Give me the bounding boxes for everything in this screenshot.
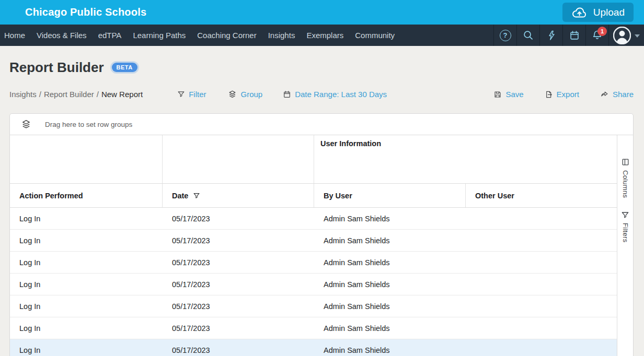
row-group-drop-zone[interactable]: Drag here to set row groups: [10, 114, 633, 135]
filter-funnel-icon: [177, 90, 185, 98]
column-header-other-user[interactable]: Other User: [466, 184, 617, 207]
table-row[interactable]: Log In 05/17/2023 Admin Sam Shields: [10, 339, 617, 356]
cell-action-performed: Log In: [10, 280, 163, 289]
calendar-icon: [283, 90, 291, 99]
column-header-by-user[interactable]: By User: [314, 184, 466, 207]
save-button[interactable]: Save: [493, 90, 523, 99]
brand-title: Chicago Public Schools: [25, 6, 146, 18]
column-header-row: Action Performed Date By User Other User: [10, 184, 617, 208]
account-menu-button[interactable]: [608, 25, 644, 46]
tab-columns[interactable]: Columns: [621, 158, 630, 198]
row-groups-layers-icon: [21, 119, 31, 129]
upload-button-label: Upload: [593, 7, 625, 18]
grid-body: Log In 05/17/2023 Admin Sam Shields Log …: [10, 208, 617, 356]
search-icon: [522, 29, 534, 41]
export-icon: [545, 90, 553, 99]
column-group-header-row: User Information: [10, 135, 617, 184]
save-icon: [493, 90, 502, 99]
cell-action-performed: Log In: [10, 324, 163, 333]
nav-item-videos-files[interactable]: Videos & Files: [31, 25, 93, 46]
save-button-label: Save: [505, 90, 523, 99]
column-header-date[interactable]: Date: [163, 184, 314, 207]
help-button[interactable]: ?: [493, 25, 516, 46]
tab-filters[interactable]: Filters: [621, 211, 629, 243]
side-panel-tabstrip: Columns Filters: [617, 135, 633, 356]
cell-action-performed: Log In: [10, 302, 163, 311]
table-row[interactable]: Log In 05/17/2023 Admin Sam Shields: [10, 317, 617, 339]
table-row[interactable]: Log In 05/17/2023 Admin Sam Shields: [10, 274, 617, 295]
share-button[interactable]: Share: [600, 90, 634, 99]
calendar-button[interactable]: [562, 25, 585, 46]
group-button[interactable]: Group: [228, 90, 262, 99]
cell-action-performed: Log In: [10, 215, 163, 223]
cell-date: 05/17/2023: [163, 280, 314, 289]
avatar: [613, 27, 631, 44]
column-header-label: Date: [172, 192, 188, 200]
lightning-icon: [546, 30, 557, 41]
group-layers-icon: [228, 90, 237, 99]
row-group-hint-label: Drag here to set row groups: [45, 121, 132, 128]
activity-button[interactable]: [539, 25, 562, 46]
cell-date: 05/17/2023: [163, 302, 314, 311]
nav-item-coaching-corner[interactable]: Coaching Corner: [191, 25, 262, 46]
date-range-label: Date Range: Last 30 Days: [295, 90, 387, 99]
upload-button[interactable]: Upload: [562, 3, 634, 22]
share-arrow-icon: [600, 90, 609, 99]
filters-funnel-icon: [621, 211, 629, 219]
group-header-user-information: User Information: [314, 135, 617, 183]
cell-by-user: Admin Sam Shields: [314, 258, 466, 267]
active-filter-funnel-icon[interactable]: [193, 192, 200, 199]
group-cell-empty: [163, 135, 314, 183]
report-toolbar: Insights/Report Builder/New Report Filte…: [9, 90, 634, 99]
nav-items: HomeVideos & FilesedTPALearning PathsCoa…: [0, 25, 400, 46]
notifications-button[interactable]: 1: [585, 25, 608, 46]
date-range-button[interactable]: Date Range: Last 30 Days: [283, 90, 387, 99]
cell-by-user: Admin Sam Shields: [314, 346, 466, 354]
cell-date: 05/17/2023: [163, 346, 314, 354]
main-navbar: HomeVideos & FilesedTPALearning PathsCoa…: [0, 25, 644, 46]
nav-item-community[interactable]: Community: [349, 25, 400, 46]
cell-date: 05/17/2023: [163, 258, 314, 267]
filter-button[interactable]: Filter: [177, 90, 206, 99]
breadcrumb: Insights/Report Builder/New Report: [9, 90, 143, 99]
nav-item-learning-paths[interactable]: Learning Paths: [127, 25, 191, 46]
nav-item-exemplars[interactable]: Exemplars: [301, 25, 349, 46]
column-header-action-performed[interactable]: Action Performed: [10, 184, 163, 207]
tab-filters-label: Filters: [622, 223, 629, 243]
table-row[interactable]: Log In 05/17/2023 Admin Sam Shields: [10, 230, 617, 252]
cell-date: 05/17/2023: [163, 236, 314, 245]
search-button[interactable]: [516, 25, 539, 46]
cell-by-user: Admin Sam Shields: [314, 280, 466, 289]
group-button-label: Group: [240, 90, 262, 99]
column-header-label: By User: [324, 192, 352, 200]
nav-item-home[interactable]: Home: [0, 25, 31, 46]
table-row[interactable]: Log In 05/17/2023 Admin Sam Shields: [10, 252, 617, 274]
breadcrumb-item-report-builder[interactable]: Report Builder: [44, 90, 94, 99]
table-row[interactable]: Log In 05/17/2023 Admin Sam Shields: [10, 208, 617, 230]
breadcrumb-item-insights[interactable]: Insights: [9, 90, 37, 99]
tab-columns-label: Columns: [622, 170, 629, 198]
group-cell-empty: [10, 135, 163, 183]
cell-by-user: Admin Sam Shields: [314, 236, 466, 245]
page-title: Report Builder: [9, 60, 104, 75]
cell-date: 05/17/2023: [163, 324, 314, 333]
table-row[interactable]: Log In 05/17/2023 Admin Sam Shields: [10, 295, 617, 317]
help-icon: ?: [500, 30, 511, 41]
nav-item-edtpa[interactable]: edTPA: [93, 25, 128, 46]
notification-badge: 1: [597, 27, 607, 36]
breadcrumb-item-new-report: New Report: [101, 90, 143, 99]
nav-icon-group: ?: [493, 25, 644, 46]
cell-action-performed: Log In: [10, 346, 163, 354]
cell-by-user: Admin Sam Shields: [314, 302, 466, 311]
column-header-label: Other User: [475, 192, 514, 200]
nav-item-insights[interactable]: Insights: [262, 25, 301, 46]
top-app-bar: Chicago Public Schools Upload: [0, 0, 644, 25]
share-button-label: Share: [613, 90, 634, 99]
column-header-label: Action Performed: [19, 192, 83, 200]
cell-by-user: Admin Sam Shields: [314, 324, 466, 333]
export-button[interactable]: Export: [545, 90, 579, 99]
cell-date: 05/17/2023: [163, 215, 314, 223]
report-grid-card: Drag here to set row groups User Informa…: [9, 113, 634, 356]
cloud-upload-icon: [571, 6, 588, 19]
cell-by-user: Admin Sam Shields: [314, 215, 466, 223]
